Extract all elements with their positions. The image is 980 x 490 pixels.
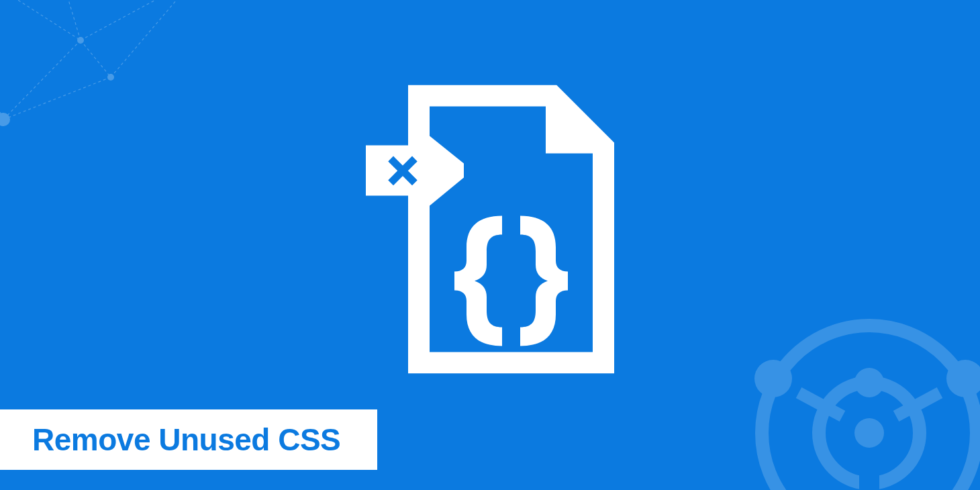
page-title: Remove Unused CSS — [32, 422, 340, 458]
svg-line-7 — [0, 54, 3, 119]
svg-line-4 — [3, 40, 81, 119]
svg-point-17 — [854, 368, 884, 397]
svg-line-2 — [81, 0, 168, 40]
svg-point-14 — [754, 360, 792, 397]
svg-point-8 — [77, 37, 84, 44]
svg-point-10 — [0, 113, 10, 126]
svg-point-11 — [762, 326, 977, 490]
css-file-delete-icon — [366, 85, 614, 374]
svg-line-1 — [60, 0, 81, 40]
svg-line-0 — [0, 0, 81, 40]
title-bar: Remove Unused CSS — [0, 409, 377, 470]
svg-point-13 — [854, 418, 884, 448]
svg-line-5 — [3, 77, 111, 119]
logo-decoration — [718, 282, 980, 490]
svg-line-3 — [81, 40, 111, 77]
svg-line-6 — [111, 0, 188, 77]
svg-point-9 — [107, 74, 114, 81]
network-decoration — [0, 0, 201, 235]
